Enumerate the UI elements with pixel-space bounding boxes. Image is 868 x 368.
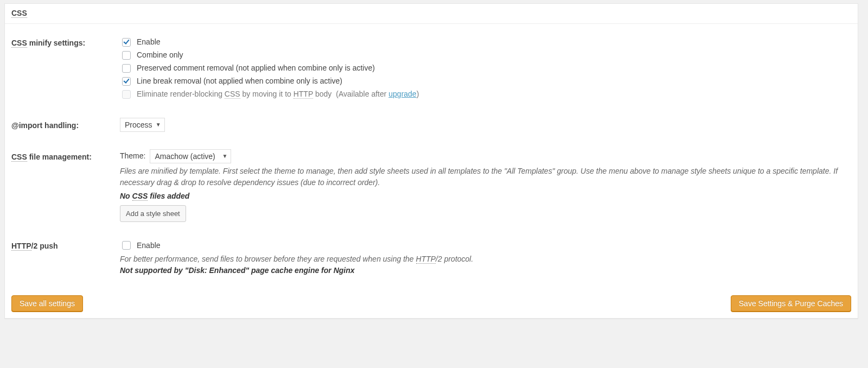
http2-not-supported: Not supported by "Disk: Enhanced" page c…: [120, 265, 851, 276]
label-css-minify-suffix: minify settings:: [27, 39, 85, 47]
select-theme[interactable]: Amachow (active): [150, 149, 231, 163]
label-css-minify-abbr: CSS: [11, 39, 27, 48]
select-import-handling[interactable]: Process: [120, 118, 165, 132]
checkbox-preserved-comment[interactable]: [122, 64, 131, 73]
http2-description: For better performance, send files to br…: [120, 253, 851, 265]
save-all-settings-button[interactable]: Save all settings: [11, 295, 83, 312]
checkbox-http2-enable[interactable]: [122, 241, 131, 250]
checkbox-line-break-label: Line break removal (not applied when com…: [137, 75, 342, 87]
label-import-handling: @import handling:: [11, 110, 120, 141]
checkbox-eliminate-render-blocking: [122, 90, 131, 99]
checkbox-preserved-comment-label: Preserved comment removal (not applied w…: [137, 62, 375, 74]
label-http2-push: HTTP/2 push: [11, 230, 120, 284]
upgrade-note: (Available after upgrade): [336, 88, 419, 100]
section-title: CSS: [5, 4, 858, 24]
upgrade-link[interactable]: upgrade: [388, 90, 416, 98]
checkbox-line-break[interactable]: [122, 77, 131, 86]
save-purge-caches-button[interactable]: Save Settings & Purge Caches: [731, 295, 851, 312]
css-settings-panel: CSS CSS minify settings: Enable: [4, 3, 858, 319]
checkbox-combine-only[interactable]: [122, 51, 131, 60]
checkbox-enable-label: Enable: [137, 36, 161, 48]
label-css-file-management: CSS file management:: [11, 141, 120, 231]
checkbox-combine-only-label: Combine only: [137, 49, 183, 61]
file-management-description: Files are minified by template. First se…: [120, 166, 851, 188]
no-css-files-msg: No CSS files added: [120, 191, 851, 202]
checkbox-enable[interactable]: [122, 38, 131, 47]
theme-label: Theme:: [120, 150, 145, 162]
checkbox-http2-enable-label: Enable: [137, 240, 161, 251]
add-style-sheet-button[interactable]: Add a style sheet: [120, 205, 186, 223]
label-css-minify: CSS minify settings:: [11, 27, 120, 110]
checkbox-eliminate-label: Eliminate render-blocking CSS by moving …: [137, 88, 331, 100]
section-title-abbr: CSS: [11, 9, 27, 18]
